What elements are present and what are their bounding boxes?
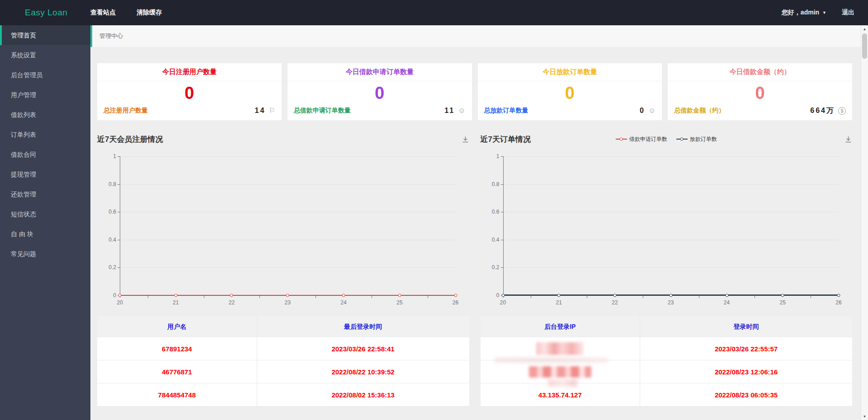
y-axis bbox=[503, 156, 504, 298]
sidebar-item-free-block[interactable]: 自 由 块 bbox=[0, 224, 90, 244]
login-time-cell: 2022/08/02 15:36:13 bbox=[257, 383, 469, 406]
x-tick: 20 bbox=[117, 299, 123, 306]
redacted-ip-blur bbox=[529, 366, 591, 378]
breadcrumb-label: 管理中心 bbox=[99, 32, 123, 40]
table-row: 43.135.74.127 2022/08/23 06:05:35 bbox=[481, 383, 853, 406]
sidebar-item-system-settings[interactable]: 系统设置 bbox=[0, 45, 90, 65]
login-time-cell: 2023/03/26 22:58:41 bbox=[257, 337, 469, 360]
total-label: 总放款订单数量 bbox=[484, 107, 528, 115]
sidebar-item-sms-status[interactable]: 短信状态 bbox=[0, 204, 90, 224]
topnav: 查看站点 清除缓存 bbox=[90, 9, 162, 17]
chart-header: 近7天会员注册情况 bbox=[97, 128, 469, 150]
sidebar-item-loan-contract[interactable]: 借款合同 bbox=[0, 145, 90, 164]
smiley-icon: ☺ bbox=[648, 107, 656, 114]
admin-logins-table: 后台登录IP 登录时间 2023/03/26 22:55:57 2022/08/… bbox=[481, 316, 853, 406]
logout-button[interactable]: 退出 bbox=[842, 9, 854, 17]
username-cell: 46776871 bbox=[97, 360, 257, 383]
x-tick: 22 bbox=[229, 299, 235, 306]
login-time-cell: 2022/08/22 10:39:52 bbox=[257, 360, 469, 383]
chart-plot-area: 1 0.8 0.6 0.4 0.2 0 20 bbox=[97, 150, 469, 303]
chevron-down-icon: ▼ bbox=[822, 10, 826, 15]
x-tick: 24 bbox=[724, 299, 730, 306]
y-tick: 0.6 bbox=[108, 209, 116, 215]
table-header-row: 用户名 最后登录时间 bbox=[97, 316, 469, 337]
total-value: 0 bbox=[640, 107, 645, 115]
col-header-username: 用户名 bbox=[97, 316, 257, 337]
table-row: 2022/08/23 12:06:16 bbox=[481, 360, 853, 383]
y-tick: 1 bbox=[496, 153, 500, 159]
y-tick: 0.8 bbox=[108, 181, 116, 187]
vertical-scrollbar[interactable]: ▲ ▼ bbox=[861, 25, 868, 420]
total-label: 总注册用户数量 bbox=[104, 107, 148, 115]
username-cell: 67891234 bbox=[97, 337, 257, 360]
total-value: 664万 bbox=[810, 106, 835, 116]
sidebar-item-users[interactable]: 用户管理 bbox=[0, 85, 90, 105]
users-table: 用户名 最后登录时间 67891234 2023/03/26 22:58:41 … bbox=[97, 316, 469, 406]
stat-card-footer: 总注册用户数量 14 ⚐ bbox=[97, 105, 282, 120]
y-tick: 0.4 bbox=[108, 237, 116, 243]
smiley-icon: ☺ bbox=[458, 107, 465, 114]
x-tick: 21 bbox=[556, 299, 562, 306]
legend-loan-applications[interactable]: 借款申请订单数 bbox=[616, 135, 667, 143]
ip-cell: 43.135.74.127 bbox=[481, 383, 641, 406]
stat-card-title: 今日注册用户数量 bbox=[97, 63, 282, 81]
stat-card-loan-amount: 今日借款金额（约） 0 总借款金额（约） 664万 $ bbox=[668, 63, 852, 120]
stat-cards: 今日注册用户数量 0 总注册用户数量 14 ⚐ 今日借款申请订单数量 0 总借款… bbox=[90, 47, 861, 126]
sidebar: 管理首页 系统设置 后台管理员 用户管理 借款列表 订单列表 借款合同 提现管理… bbox=[0, 25, 90, 420]
y-tick: 0.8 bbox=[492, 181, 500, 187]
sidebar-item-home[interactable]: 管理首页 bbox=[0, 25, 90, 45]
main-content: 管理中心 今日注册用户数量 0 总注册用户数量 14 ⚐ 今日借款申请订单数量 … bbox=[90, 25, 861, 420]
stat-card-loan-applications: 今日借款申请订单数量 0 总借款申请订单数量 11 ☺ bbox=[288, 63, 472, 120]
stat-card-value: 0 bbox=[288, 81, 472, 105]
total-value: 14 bbox=[255, 107, 266, 115]
sidebar-item-repayments[interactable]: 还款管理 bbox=[0, 184, 90, 204]
view-site-link[interactable]: 查看站点 bbox=[90, 9, 116, 17]
col-header-login-time: 登录时间 bbox=[640, 316, 852, 337]
x-tick: 25 bbox=[396, 299, 402, 306]
admin-dashboard: Easy Loan 查看站点 清除缓存 您好，admin ▼ 退出 管理首页 系… bbox=[0, 0, 868, 420]
sidebar-item-withdrawals[interactable]: 提现管理 bbox=[0, 164, 90, 184]
sidebar-item-loan-list[interactable]: 借款列表 bbox=[0, 105, 90, 125]
x-tick: 26 bbox=[835, 299, 841, 306]
login-time-cell: 2022/08/23 06:05:35 bbox=[640, 383, 852, 406]
x-tick: 20 bbox=[500, 299, 506, 306]
col-header-admin-ip: 后台登录IP bbox=[481, 316, 641, 337]
dollar-circle-icon: $ bbox=[838, 107, 846, 115]
total-label: 总借款申请订单数量 bbox=[294, 107, 351, 115]
user-menu[interactable]: 您好，admin ▼ bbox=[782, 9, 826, 17]
y-tick: 0.2 bbox=[492, 264, 500, 271]
stat-card-value: 0 bbox=[478, 81, 662, 105]
sidebar-item-admins[interactable]: 后台管理员 bbox=[0, 65, 90, 85]
legend-disbursed-orders[interactable]: 放款订单数 bbox=[676, 135, 717, 143]
clear-cache-link[interactable]: 清除缓存 bbox=[137, 9, 162, 17]
chart-title: 近7天会员注册情况 bbox=[97, 134, 163, 145]
scrollbar-thumb[interactable] bbox=[862, 33, 867, 59]
brand-logo[interactable]: Easy Loan bbox=[0, 8, 68, 18]
sidebar-item-order-list[interactable]: 订单列表 bbox=[0, 125, 90, 145]
login-time-cell: 2022/08/23 12:06:16 bbox=[640, 360, 852, 383]
scroll-down-arrow-icon[interactable]: ▼ bbox=[861, 413, 868, 420]
stat-card-footer: 总放款订单数量 0 ☺ bbox=[478, 105, 662, 120]
sidebar-item-faq[interactable]: 常见问题 bbox=[0, 244, 90, 264]
scroll-up-arrow-icon[interactable]: ▲ bbox=[861, 25, 868, 33]
stat-card-value: 0 bbox=[97, 81, 282, 105]
y-tick: 0 bbox=[113, 292, 116, 299]
x-tick: 24 bbox=[340, 299, 346, 306]
table-header-row: 后台登录IP 登录时间 bbox=[481, 316, 853, 337]
stat-card-disbursed-orders: 今日放款订单数量 0 总放款订单数量 0 ☺ bbox=[478, 63, 662, 120]
y-tick: 0 bbox=[496, 292, 500, 299]
x-tick: 26 bbox=[453, 299, 458, 306]
y-tick: 0.6 bbox=[492, 209, 500, 215]
charts-row: 近7天会员注册情况 bbox=[90, 126, 861, 316]
y-tick: 1 bbox=[113, 153, 116, 159]
x-tick: 23 bbox=[285, 299, 291, 306]
tables-row: 用户名 最后登录时间 67891234 2023/03/26 22:58:41 … bbox=[90, 316, 861, 406]
username-cell: 7844854748 bbox=[97, 383, 257, 406]
topbar: Easy Loan 查看站点 清除缓存 您好，admin ▼ 退出 bbox=[0, 0, 868, 25]
download-icon[interactable] bbox=[462, 135, 469, 143]
stat-card-title: 今日借款申请订单数量 bbox=[288, 63, 472, 81]
stat-card-title: 今日放款订单数量 bbox=[478, 63, 662, 81]
stat-card-value: 0 bbox=[668, 81, 852, 105]
stat-card-title: 今日借款金额（约） bbox=[668, 63, 852, 81]
x-tick: 25 bbox=[780, 299, 786, 306]
